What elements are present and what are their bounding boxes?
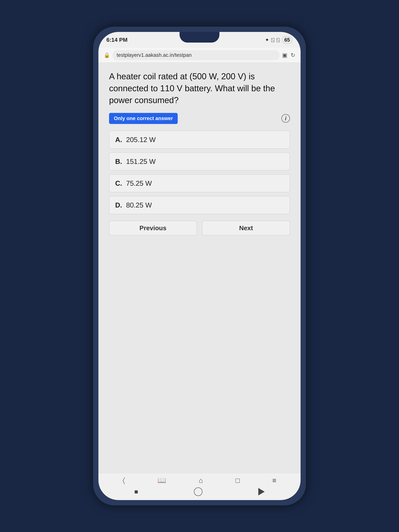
option-d-text: 80.25 W	[126, 201, 152, 209]
tabs-icon[interactable]: ▣	[282, 52, 287, 58]
gesture-back-triangle[interactable]	[258, 488, 265, 495]
home-nav-icon[interactable]: ⌂	[199, 476, 203, 484]
previous-button[interactable]: Previous	[109, 221, 197, 235]
content-area: A heater coil rated at (500 W, 200 V) is…	[98, 63, 301, 474]
back-nav-icon[interactable]: 〈	[123, 476, 125, 484]
option-c[interactable]: C. 75.25 W	[109, 174, 290, 192]
option-a-letter: A.	[115, 136, 122, 144]
phone-inner: 6:14 PM ✦ ⍂ ⍂ 65 🔒 testplayerv1.aakash.a…	[98, 32, 301, 500]
url-bar[interactable]: testplayerv1.aakash.ac.in/testpan	[113, 50, 279, 60]
status-time: 6:14 PM	[106, 37, 127, 43]
option-b-letter: B.	[115, 158, 122, 165]
option-a-text: 205.12 W	[126, 136, 156, 144]
option-b[interactable]: B. 151.25 W	[109, 152, 290, 171]
gesture-home-circle[interactable]	[194, 488, 203, 496]
browser-action-icons: ▣ ↻	[282, 52, 295, 58]
phone-outer: 6:14 PM ✦ ⍂ ⍂ 65 🔒 testplayerv1.aakash.a…	[93, 27, 306, 505]
question-text: A heater coil rated at (500 W, 200 V) is…	[109, 70, 290, 106]
wifi-icon: ⍂	[277, 37, 279, 43]
answer-type-row: Only one correct answer i	[109, 113, 290, 124]
android-nav: 〈 📖 ⌂ □ ≡	[98, 476, 301, 484]
status-bar: 6:14 PM ✦ ⍂ ⍂ 65	[98, 32, 301, 48]
browser-bar: 🔒 testplayerv1.aakash.ac.in/testpan ▣ ↻	[98, 48, 301, 63]
nav-buttons: Previous Next	[109, 221, 290, 235]
lock-icon: 🔒	[104, 52, 110, 58]
status-icons: ✦ ⍂ ⍂ 65	[265, 36, 293, 44]
signal-icon: ⍂	[271, 37, 274, 43]
bluetooth-icon: ✦	[265, 37, 269, 43]
books-nav-icon[interactable]: 📖	[158, 476, 166, 484]
bottom-nav: 〈 📖 ⌂ □ ≡ ■	[98, 474, 301, 500]
next-button[interactable]: Next	[202, 221, 290, 235]
option-b-text: 151.25 W	[126, 158, 156, 165]
notch-cutout	[180, 32, 219, 43]
option-d[interactable]: D. 80.25 W	[109, 196, 290, 214]
gesture-square-icon: ■	[134, 488, 138, 495]
option-d-letter: D.	[115, 201, 122, 209]
option-c-letter: C.	[115, 179, 122, 187]
answer-type-badge: Only one correct answer	[109, 113, 178, 124]
info-icon[interactable]: i	[281, 114, 290, 123]
refresh-icon[interactable]: ↻	[291, 52, 295, 58]
menu-nav-icon[interactable]: ≡	[272, 476, 276, 484]
options-container: A. 205.12 W B. 151.25 W C. 75.25 W D. 80…	[109, 131, 290, 214]
gesture-bar: ■	[98, 488, 301, 496]
option-c-text: 75.25 W	[126, 179, 152, 187]
recents-nav-icon[interactable]: □	[235, 476, 240, 484]
battery-indicator: 65	[282, 36, 293, 44]
option-a[interactable]: A. 205.12 W	[109, 131, 290, 149]
